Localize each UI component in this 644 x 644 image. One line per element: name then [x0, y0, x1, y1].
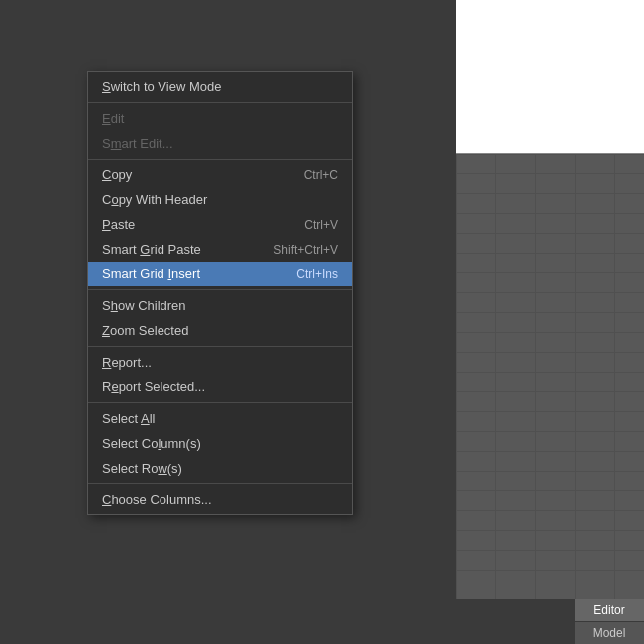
menu-label: Smart Grid Paste — [102, 242, 254, 257]
menu-label: Copy — [102, 167, 284, 182]
menu-item-select-columns[interactable]: Select Column(s) — [88, 431, 352, 456]
menu-item-edit: Edit — [88, 106, 352, 131]
separator-4 — [88, 346, 352, 347]
menu-item-switch-view-mode[interactable]: Switch to View Mode — [88, 74, 352, 99]
menu-label: Select Row(s) — [102, 461, 338, 476]
menu-item-show-children[interactable]: Show Children — [88, 293, 352, 318]
menu-label: Paste — [102, 217, 284, 232]
menu-label: Select All — [102, 411, 338, 426]
shortcut-smart-grid-paste: Shift+Ctrl+V — [273, 243, 338, 257]
menu-label: Smart Grid Insert — [102, 267, 276, 281]
shortcut-paste: Ctrl+V — [304, 218, 338, 232]
menu-item-report-selected[interactable]: Report Selected... — [88, 375, 352, 399]
separator-1 — [88, 102, 352, 103]
menu-item-paste[interactable]: Paste Ctrl+V — [88, 212, 352, 237]
menu-item-smart-grid-paste[interactable]: Smart Grid Paste Shift+Ctrl+V — [88, 237, 352, 262]
menu-label: Copy With Header — [102, 192, 338, 207]
menu-item-smart-edit: Smart Edit... — [88, 131, 352, 156]
menu-label: Edit — [102, 111, 338, 126]
menu-item-report[interactable]: Report... — [88, 350, 352, 375]
menu-item-smart-grid-insert[interactable]: Smart Grid Insert Ctrl+Ins — [88, 262, 352, 286]
tab-editor[interactable]: Editor — [575, 599, 644, 621]
tab-model[interactable]: Model — [575, 622, 644, 644]
bottom-tabs: Editor Model — [575, 599, 644, 644]
menu-label: Select Column(s) — [102, 436, 338, 451]
white-area — [456, 0, 644, 154]
context-menu: Switch to View Mode Edit Smart Edit... C… — [87, 71, 353, 515]
menu-item-select-rows[interactable]: Select Row(s) — [88, 456, 352, 481]
menu-item-choose-columns[interactable]: Choose Columns... — [88, 487, 352, 512]
shortcut-copy: Ctrl+C — [304, 168, 338, 182]
separator-2 — [88, 159, 352, 160]
shortcut-smart-grid-insert: Ctrl+Ins — [296, 268, 338, 281]
menu-label: Choose Columns... — [102, 492, 338, 507]
menu-item-select-all[interactable]: Select All — [88, 406, 352, 431]
menu-item-zoom-selected[interactable]: Zoom Selected — [88, 318, 352, 343]
separator-3 — [88, 289, 352, 290]
grid-lines — [456, 154, 644, 599]
menu-label: Smart Edit... — [102, 136, 338, 151]
menu-label: Show Children — [102, 298, 338, 313]
menu-label: Zoom Selected — [102, 323, 338, 338]
menu-item-copy-with-header[interactable]: Copy With Header — [88, 187, 352, 212]
separator-6 — [88, 483, 352, 484]
menu-item-copy[interactable]: Copy Ctrl+C — [88, 162, 352, 187]
separator-5 — [88, 402, 352, 403]
menu-label: Report Selected... — [102, 379, 338, 394]
menu-label: Report... — [102, 355, 338, 370]
menu-label: Switch to View Mode — [102, 79, 338, 94]
